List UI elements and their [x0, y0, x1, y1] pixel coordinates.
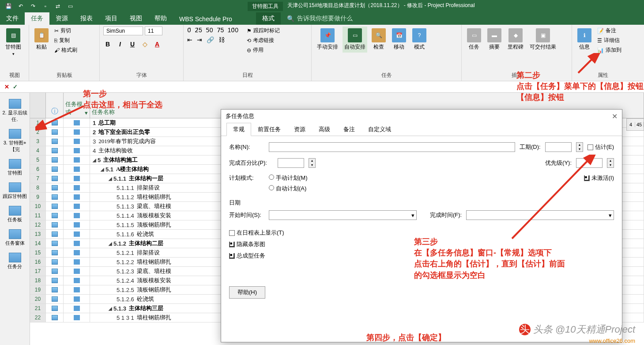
qat-btn-1[interactable]: ▫ — [41, 1, 50, 11]
duration-input[interactable] — [545, 142, 572, 152]
insert-task-button[interactable]: ▭任务 — [465, 27, 483, 53]
track-mark-button[interactable]: ⚑跟踪时标记 — [245, 27, 281, 35]
sidepanel-item-7[interactable]: 任务分 — [6, 251, 24, 272]
row-number[interactable]: 5 — [30, 155, 46, 164]
qat-btn-3[interactable]: ▭ — [65, 1, 75, 11]
dialog-tab-resources[interactable]: 资源 — [287, 123, 312, 136]
information-button[interactable]: ℹ信息 — [576, 27, 593, 53]
sidepanel-item-3[interactable]: 甘特图 — [6, 157, 24, 178]
percent-complete-input[interactable] — [278, 158, 304, 168]
help-button[interactable]: 帮助(H) — [229, 286, 265, 299]
manual-schedule-button[interactable]: 📌手动安排 — [315, 27, 340, 53]
move-button[interactable]: 📅移动 — [390, 27, 408, 53]
auto-plan-radio[interactable] — [269, 185, 274, 190]
duration-spinner[interactable]: ▴▾ — [576, 142, 583, 152]
tab-view[interactable]: 视图 — [124, 12, 148, 25]
pct50-button[interactable]: 5̄0 — [206, 27, 213, 34]
row-number[interactable]: 13 — [30, 230, 46, 239]
row-number[interactable]: 11 — [30, 211, 46, 220]
percent-spinner[interactable]: ▴▾ — [309, 158, 316, 168]
name-input[interactable] — [269, 142, 515, 152]
mode-button[interactable]: ?模式 — [411, 27, 428, 53]
deliverable-button[interactable]: ▣可交付结果 — [528, 27, 558, 53]
row-number[interactable]: 20 — [30, 295, 46, 303]
details-button[interactable]: ☰详细信 — [596, 36, 623, 45]
font-size-select[interactable]: 11 — [145, 27, 162, 35]
bold-button[interactable]: B — [103, 41, 112, 48]
row-number[interactable]: 12 — [30, 220, 46, 229]
priority-spinner[interactable]: ▴▾ — [607, 158, 614, 168]
dialog-tab-general[interactable]: 常规 — [226, 123, 251, 136]
hide-bar-checkbox[interactable] — [229, 242, 235, 247]
sidepanel-item-5[interactable]: 任务板 — [6, 204, 24, 225]
row-number[interactable]: 21 — [30, 304, 46, 313]
row-number[interactable]: 15 — [30, 248, 46, 257]
indent-button[interactable]: ⇥ — [197, 36, 202, 43]
dialog-tab-advanced[interactable]: 高级 — [312, 123, 337, 136]
tab-task[interactable]: 任务 — [25, 12, 49, 25]
confirm-entry-icon[interactable]: ✓ — [11, 83, 19, 90]
underline-button[interactable]: U — [128, 41, 137, 48]
tab-format[interactable]: 格式 — [256, 12, 281, 25]
row-number[interactable]: 14 — [30, 239, 46, 248]
row-number[interactable]: 4 — [30, 146, 46, 155]
tab-help[interactable]: 帮助 — [148, 12, 173, 25]
row-number[interactable]: 19 — [30, 285, 46, 294]
tab-file[interactable]: 文件 — [0, 12, 25, 25]
link-button[interactable]: 🔗 — [207, 36, 214, 43]
font-name-select[interactable]: SimSun — [103, 27, 143, 35]
cut-button[interactable]: ✂剪切 — [53, 27, 79, 35]
row-number[interactable]: 10 — [30, 202, 46, 211]
summary-button[interactable]: ▬摘要 — [486, 27, 503, 53]
fill-color-button[interactable]: ◇ — [140, 41, 149, 48]
tell-me-search[interactable]: 🔍 告诉我你想要做什么 — [281, 12, 359, 25]
sidepanel-item-1[interactable]: 2. 显示后续任. — [0, 97, 30, 125]
row-number[interactable]: 9 — [30, 193, 46, 201]
row-number[interactable]: 6 — [30, 165, 46, 174]
pct0-button[interactable]: 0̄ — [187, 27, 191, 34]
font-color-button[interactable]: A — [153, 41, 162, 48]
row-number[interactable]: 18 — [30, 276, 46, 285]
row-number[interactable]: 22 — [30, 313, 46, 322]
cancel-entry-icon[interactable]: ✕ — [3, 83, 11, 90]
show-on-timeline-checkbox[interactable] — [229, 230, 235, 236]
close-icon[interactable]: ✕ — [612, 112, 618, 121]
inspect-button[interactable]: 🔍检查 — [370, 27, 388, 53]
qat-btn-2[interactable]: ⇄ — [53, 1, 63, 11]
copy-button[interactable]: ⎘复制 — [53, 36, 79, 45]
respect-links-button[interactable]: ⟲考虑链接 — [245, 36, 281, 45]
outdent-button[interactable]: ⇤ — [187, 36, 192, 43]
unlink-button[interactable]: ⛓ — [218, 36, 225, 43]
tab-project[interactable]: 项目 — [99, 12, 124, 25]
dialog-tab-custom[interactable]: 自定义域 — [362, 123, 398, 136]
pct75-button[interactable]: 7̄5 — [217, 27, 224, 34]
sidepanel-item-6[interactable]: 任务窗体 — [4, 227, 26, 248]
row-number[interactable]: 16 — [30, 258, 46, 266]
pct100-button[interactable]: 10̄0 — [227, 27, 238, 34]
row-number[interactable]: 3 — [30, 137, 46, 146]
sidepanel-item-4[interactable]: 跟踪甘特图 — [1, 181, 29, 201]
undo-icon[interactable]: ↶ — [16, 1, 26, 11]
rollup-checkbox[interactable] — [229, 253, 235, 259]
row-number[interactable]: 8 — [30, 183, 46, 192]
pct25-button[interactable]: 2̄5 — [195, 27, 202, 34]
auto-schedule-button[interactable]: ▭自动安排 — [343, 27, 367, 53]
start-date-combo[interactable] — [269, 210, 417, 220]
sidepanel-item-2[interactable]: 3. 甘特图+【完 — [0, 127, 30, 155]
milestone-button[interactable]: ◆里程碑 — [506, 27, 525, 53]
inactivate-button[interactable]: ⊖停用 — [245, 46, 281, 54]
estimate-checkbox[interactable] — [588, 144, 593, 150]
row-number[interactable]: 17 — [30, 267, 46, 276]
tab-wbs[interactable]: WBS Schedule Pro — [173, 13, 238, 25]
row-number[interactable]: 7 — [30, 174, 46, 183]
paste-button[interactable]: 📋 粘贴 — [33, 27, 50, 53]
redo-icon[interactable]: ↷ — [28, 1, 38, 11]
tab-resource[interactable]: 资源 — [49, 12, 74, 25]
notes-button[interactable]: 📝备注 — [596, 27, 623, 35]
dialog-tab-predecessors[interactable]: 前置任务 — [251, 123, 287, 136]
estimate-checkbox-label[interactable]: 估计(E) — [588, 143, 614, 151]
manual-plan-radio[interactable] — [269, 174, 274, 180]
format-painter-button[interactable]: 🖌格式刷 — [53, 46, 79, 54]
save-icon[interactable]: 💾 — [4, 1, 13, 11]
tab-report[interactable]: 报表 — [74, 12, 99, 25]
